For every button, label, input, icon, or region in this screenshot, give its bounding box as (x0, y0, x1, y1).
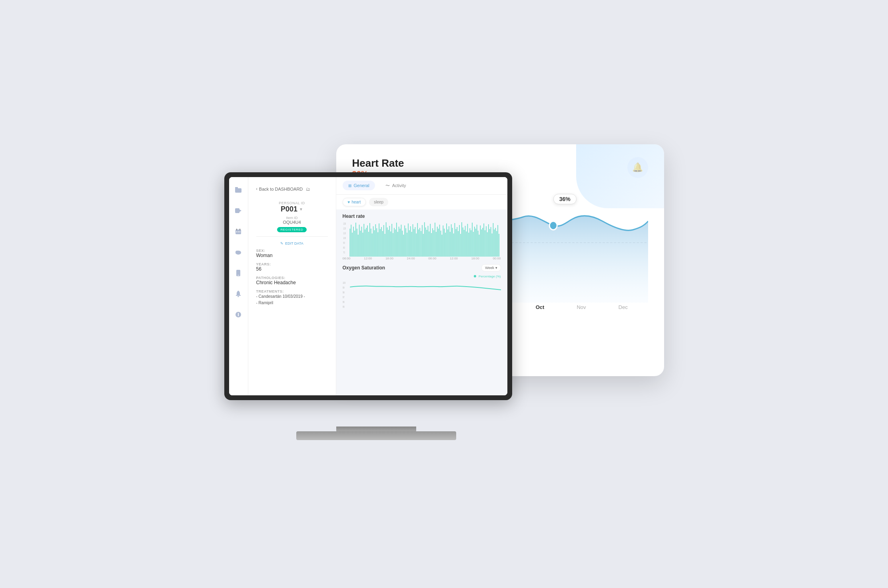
svg-rect-52 (377, 232, 378, 257)
svg-rect-43 (367, 225, 368, 257)
week-selector[interactable]: Week ▾ (481, 264, 501, 271)
grid-icon: ⊞ (348, 183, 351, 188)
svg-rect-53 (379, 223, 379, 257)
svg-rect-62 (389, 226, 390, 257)
svg-rect-151 (493, 223, 493, 257)
svg-rect-65 (393, 233, 393, 257)
svg-text:100: 100 (343, 281, 345, 284)
svg-rect-99 (432, 228, 433, 257)
oxygen-header: Oxygen Saturation Week ▾ (343, 264, 501, 271)
folder-icon: 🗂 (306, 187, 310, 191)
svg-rect-20 (238, 313, 239, 314)
svg-rect-150 (491, 233, 492, 257)
svg-rect-68 (396, 223, 397, 257)
svg-rect-32 (354, 231, 355, 257)
svg-text:98: 98 (343, 291, 345, 293)
heart-icon: ♥ (348, 200, 350, 204)
item-id-value: OQU4U4 (256, 220, 328, 225)
month-dec: Dec (619, 304, 628, 310)
svg-rect-152 (494, 229, 495, 257)
patient-pathologies-field: PATHOLOGIES: Chronic Headache (256, 276, 328, 285)
sidebar-icon-video[interactable] (232, 204, 245, 217)
svg-rect-82 (412, 224, 413, 257)
svg-rect-41 (365, 229, 365, 257)
edit-icon: ✎ (280, 241, 283, 245)
edit-data-link[interactable]: ✎ EDIT DATA (256, 241, 328, 245)
svg-text:90: 90 (343, 241, 345, 244)
month-nov: Nov (577, 304, 586, 310)
svg-text:120: 120 (343, 227, 346, 229)
sidebar-icon-mobile[interactable] (232, 267, 245, 279)
svg-rect-95 (427, 226, 428, 257)
item-id-label: Item ID (256, 216, 328, 220)
svg-rect-106 (440, 231, 441, 257)
svg-rect-115 (451, 224, 451, 257)
svg-rect-100 (433, 230, 434, 257)
back-link[interactable]: ‹ Back to DASHBOARD 🗂 (256, 183, 328, 191)
svg-rect-9 (236, 231, 237, 232)
svg-rect-132 (471, 230, 471, 257)
svg-point-17 (237, 296, 239, 297)
svg-rect-147 (488, 224, 489, 257)
svg-rect-31 (353, 227, 354, 257)
svg-rect-70 (398, 227, 399, 257)
svg-rect-148 (489, 229, 490, 257)
tab-general[interactable]: ⊞ General (343, 181, 375, 190)
svg-rect-140 (480, 225, 481, 257)
patient-treatments-field: TREATMENTS: - Candesartán 10/03/2019 - -… (256, 289, 328, 306)
svg-rect-30 (352, 233, 353, 257)
oxygen-legend: Percentage (%) (343, 275, 501, 278)
svg-rect-39 (362, 233, 363, 257)
personal-id-section: Personal ID P001 ▼ Item ID OQU4U4 Regist… (256, 197, 328, 237)
svg-marker-5 (239, 209, 241, 212)
svg-rect-127 (465, 226, 465, 257)
svg-rect-92 (424, 222, 425, 257)
bar-chart: 130 120 110 100 90 80 70 (336, 221, 507, 257)
svg-rect-56 (382, 231, 383, 257)
svg-rect-81 (411, 232, 412, 257)
svg-rect-7 (236, 229, 237, 230)
metric-tab-heart[interactable]: ♥ heart (343, 198, 366, 206)
svg-rect-93 (425, 227, 426, 257)
svg-rect-46 (370, 229, 371, 257)
svg-rect-89 (421, 231, 421, 257)
svg-rect-90 (422, 225, 423, 257)
svg-rect-137 (476, 225, 477, 257)
laptop-screen-outer: ‹ Back to DASHBOARD 🗂 Personal ID P001 ▼… (224, 172, 512, 400)
svg-text:95: 95 (343, 305, 345, 308)
svg-rect-135 (474, 227, 475, 257)
svg-rect-138 (477, 231, 478, 257)
svg-rect-91 (423, 234, 423, 257)
svg-rect-113 (448, 226, 449, 257)
svg-rect-101 (435, 223, 435, 257)
svg-rect-108 (443, 225, 443, 257)
sidebar-icon-cloud[interactable] (232, 246, 245, 259)
svg-rect-66 (394, 228, 395, 257)
svg-rect-121 (458, 231, 459, 257)
svg-rect-57 (383, 225, 384, 257)
sidebar-icon-bell[interactable] (232, 287, 245, 300)
svg-rect-117 (453, 233, 454, 257)
svg-rect-67 (395, 229, 396, 257)
svg-rect-139 (479, 235, 479, 257)
svg-rect-83 (413, 229, 414, 257)
svg-rect-109 (444, 229, 445, 257)
oxygen-title: Oxygen Saturation (343, 265, 385, 271)
svg-rect-63 (390, 231, 391, 257)
svg-rect-84 (415, 227, 415, 257)
sidebar-icon-folder[interactable] (232, 183, 245, 196)
svg-rect-38 (361, 227, 362, 257)
svg-rect-144 (485, 230, 485, 257)
svg-rect-3 (235, 187, 238, 189)
svg-rect-28 (349, 229, 350, 257)
svg-rect-77 (407, 233, 407, 257)
sidebar-icon-info[interactable] (232, 308, 245, 321)
metric-tab-sleep[interactable]: sleep (369, 198, 388, 206)
svg-point-13 (235, 251, 239, 254)
svg-rect-141 (481, 229, 482, 257)
svg-rect-97 (430, 224, 431, 257)
tab-activity[interactable]: 〜 Activity (380, 180, 412, 191)
svg-rect-33 (355, 223, 356, 257)
sidebar-icon-calendar[interactable] (232, 225, 245, 238)
svg-rect-126 (463, 230, 464, 257)
